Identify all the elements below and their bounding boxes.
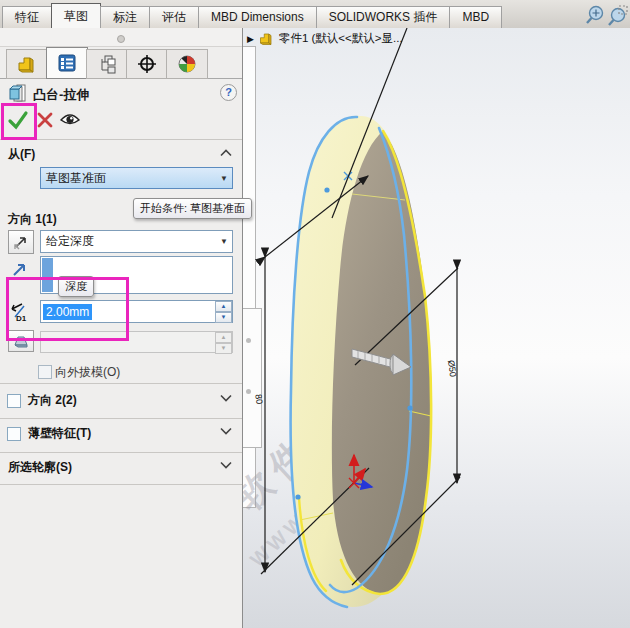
- tab-annotation[interactable]: 标注: [100, 6, 150, 28]
- divider: [0, 383, 242, 384]
- tab-features[interactable]: 特征: [2, 6, 52, 28]
- tab-dimxpertmanager[interactable]: [126, 49, 168, 79]
- confirm-ok-button[interactable]: [6, 108, 30, 132]
- direction1-section-label: 方向 1(1): [8, 211, 57, 228]
- spinner-up-icon[interactable]: ▲: [215, 301, 232, 312]
- direction2-section-label: 方向 2(2): [28, 392, 77, 409]
- flyout-handle-dot[interactable]: [246, 338, 251, 343]
- configuration-tree-icon: [96, 54, 118, 74]
- preview-eye-icon[interactable]: [60, 112, 80, 127]
- draft-spinner: ▲ ▼: [215, 332, 232, 353]
- chevron-down-icon[interactable]: [220, 394, 232, 402]
- dropdown-arrow-icon: ▼: [216, 174, 232, 183]
- command-manager-tabbar: 特征 草图 标注 评估 MBD Dimensions SOLIDWORKS 插件…: [0, 0, 630, 29]
- chevron-up-icon[interactable]: [220, 149, 232, 157]
- tree-item-label[interactable]: 零件1 (默认<<默认>显...: [279, 31, 403, 46]
- tab-evaluate[interactable]: 评估: [149, 6, 199, 28]
- start-condition-tooltip: 开始条件: 草图基准面: [133, 198, 252, 219]
- reverse-arrows-icon: [12, 233, 30, 251]
- boss-extrude-icon: [8, 82, 30, 104]
- selected-contours-section-label: 所选轮廓(S): [8, 459, 72, 476]
- part-icon: [16, 54, 38, 74]
- tab-solidworks-addins[interactable]: SOLIDWORKS 插件: [316, 6, 451, 28]
- reverse-direction-button[interactable]: [8, 230, 34, 254]
- chevron-down-icon[interactable]: [220, 427, 232, 435]
- depth-value-field[interactable]: 2.00mm ▲ ▼: [40, 300, 233, 323]
- cancel-button[interactable]: [36, 111, 54, 129]
- dropdown-arrow-icon: ▼: [216, 237, 232, 246]
- draft-button[interactable]: [8, 330, 34, 352]
- spinner-up-icon: ▲: [215, 332, 232, 343]
- draft-angle-field: ▲ ▼: [40, 331, 233, 353]
- depth-value-selected-text: 2.00mm: [43, 304, 92, 320]
- feature-title: 凸台-拉伸: [33, 86, 89, 104]
- extrude-preview-model[interactable]: [291, 116, 432, 607]
- divider: [0, 139, 242, 140]
- target-crosshair-icon: [136, 54, 158, 74]
- spinner-down-icon[interactable]: ▼: [215, 312, 232, 323]
- depth-spinner[interactable]: ▲ ▼: [215, 301, 232, 322]
- divider: [0, 452, 242, 453]
- dimension-text-left[interactable]: 80: [253, 393, 264, 404]
- svg-text:D1: D1: [16, 314, 27, 323]
- depth-tooltip: 深度: [58, 276, 94, 297]
- direction-arrow-icon: [11, 260, 29, 278]
- model-view-svg[interactable]: 软件自学网 WWW.RJZXW: [243, 28, 630, 628]
- start-condition-value: 草图基准面: [41, 170, 216, 187]
- thin-feature-checkbox[interactable]: [7, 427, 21, 441]
- help-icon[interactable]: ?: [220, 84, 237, 101]
- sketch-point[interactable]: [295, 494, 300, 499]
- thin-feature-section-label: 薄壁特征(T): [28, 425, 91, 442]
- from-section-label: 从(F): [8, 146, 35, 163]
- feature-tree-root[interactable]: ▶ 零件1 (默认<<默认>显...: [247, 31, 403, 46]
- draft-outward-label: 向外拔模(O): [55, 364, 120, 381]
- end-condition-dropdown[interactable]: 给定深度 ▼: [40, 230, 233, 253]
- tab-mbd-dimensions[interactable]: MBD Dimensions: [198, 6, 317, 28]
- selection-focus-strip: [42, 258, 53, 292]
- zoom-fit-magnifier-icon[interactable]: [584, 4, 606, 26]
- tab-mbd[interactable]: MBD: [449, 6, 502, 28]
- tab-displaymanager[interactable]: [166, 49, 208, 79]
- spinner-down-icon: ▼: [215, 343, 232, 354]
- tree-expand-arrow-icon[interactable]: ▶: [247, 34, 254, 44]
- depth-d1-icon: D1: [8, 301, 30, 323]
- tab-propertymanager[interactable]: [46, 47, 88, 79]
- part-icon: [258, 31, 275, 46]
- zoom-area-magnifier-icon[interactable]: [607, 4, 629, 26]
- sketch-point[interactable]: [324, 187, 329, 192]
- flyout-handle-dot[interactable]: [246, 389, 251, 394]
- divider: [0, 418, 242, 419]
- dimension-text-right[interactable]: Ø50: [446, 359, 458, 377]
- divider: [0, 484, 242, 485]
- end-condition-value: 给定深度: [41, 233, 216, 250]
- tab-sketch[interactable]: 草图: [51, 3, 101, 28]
- solidworks-window: 特征 草图 标注 评估 MBD Dimensions SOLIDWORKS 插件…: [0, 0, 630, 628]
- tab-featuremanager[interactable]: [6, 49, 48, 79]
- draft-outward-checkbox[interactable]: [38, 365, 52, 379]
- property-manager-panel: 凸台-拉伸 ? 从(F) 草图基准面 ▼ 方向 1(1): [0, 28, 243, 628]
- direction2-checkbox[interactable]: [7, 394, 21, 408]
- manager-tab-row: [0, 47, 242, 79]
- draft-icon: [12, 333, 30, 349]
- splitter-grip-icon[interactable]: [117, 35, 125, 43]
- sketch-point[interactable]: [407, 405, 412, 410]
- property-form-icon: [56, 53, 78, 73]
- chevron-down-icon[interactable]: [220, 461, 232, 469]
- panel-splitter[interactable]: [0, 28, 242, 47]
- display-sphere-icon: [176, 54, 198, 74]
- tab-configurationmanager[interactable]: [86, 49, 128, 79]
- start-condition-dropdown[interactable]: 草图基准面 ▼: [40, 167, 233, 189]
